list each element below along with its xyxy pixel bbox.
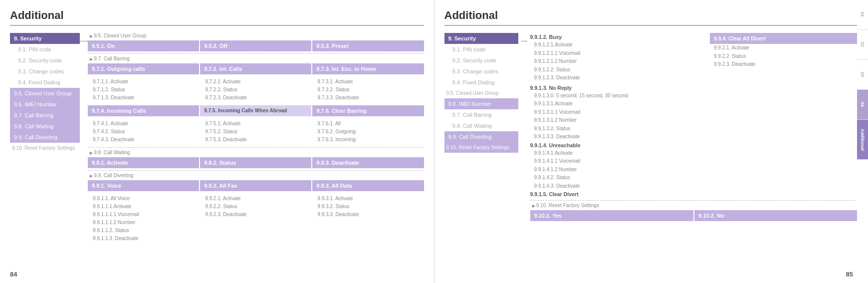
left-tree: 9. Security 9.1. PIN code 9.2. Security … <box>10 33 424 246</box>
h-arrow <box>80 41 88 41</box>
box-994[interactable]: 9.9.4. Clear All Divert <box>710 33 858 44</box>
box-9102[interactable]: 9.10.2. No <box>694 210 858 221</box>
box-975[interactable]: 9.7.5. Incoming Calls When Abroad <box>200 105 311 116</box>
box-981[interactable]: 9.8.1. Activate <box>88 157 199 168</box>
tab-04[interactable]: 04 <box>857 90 868 120</box>
sub-992: 9.9.2.1. Activate 9.9.2.2. Status 9.9.2.… <box>200 193 311 244</box>
box-983[interactable]: 9.8.3. Deactivate <box>312 157 424 168</box>
sub-972: 9.7.2.1. Activate9.7.2.2. Status9.7.2.3.… <box>200 76 311 103</box>
right-sidebar-reset[interactable]: 9.10. Reset Factory Settings <box>444 142 518 153</box>
right-page: Additional 9. Security 9.1. PIN code 9.2… <box>434 0 868 283</box>
busy-left: 9.9.1.2. Busy 9.9.1.2.1.Activate 9.9.1.2… <box>530 33 708 82</box>
left-page: Additional 9. Security 9.1. PIN code 9.2… <box>0 0 434 283</box>
right-sidebar-pin[interactable]: 9.1. PIN code <box>444 44 518 55</box>
section-label-95: 9.5. Closed User Group <box>88 33 424 38</box>
right-tree-container: 9. Security 9.1. PIN code 9.2. Security … <box>444 33 859 221</box>
cols-97-sub2: 9.7.4.1. Activate9.7.4.2. Status9.7.4.3.… <box>88 118 424 145</box>
sidebar-item-callwait[interactable]: 9.8. Call Waiting <box>10 121 80 132</box>
left-sidebar: 9. Security 9.1. PIN code 9.2. Security … <box>10 33 80 246</box>
right-sidebar-fixeddial[interactable]: 9.4. Fixed Dialing <box>444 77 518 88</box>
sub-971: 9.7.1.1. Activate9.7.1.2. Status9.7.1.3.… <box>88 76 199 103</box>
box-991[interactable]: 9.9.1. Voice <box>88 180 199 191</box>
box-9101[interactable]: 9.10.1. Yes <box>530 210 694 221</box>
right-sidebar: 9. Security 9.1. PIN code 9.2. Security … <box>444 33 518 221</box>
cols-97-row2: 9.7.4. Incoming Calls 9.7.5. Incoming Ca… <box>88 105 424 116</box>
label-unreachable: 9.9.1.4. Unreachable <box>530 141 859 149</box>
sidebar-item-pin[interactable]: 9.1. PIN code <box>10 44 80 55</box>
box-993[interactable]: 9.9.3. All Data <box>312 180 424 191</box>
divider-95 <box>88 53 424 54</box>
cols-99-row1: 9.9.1. Voice 9.9.2. All Fax 9.9.3. All D… <box>88 180 424 191</box>
tab-additional: Additional <box>857 120 868 160</box>
sub-975: 9.7.5.1. Activate9.7.5.2. Status9.7.5.3.… <box>200 118 311 145</box>
sidebar-item-fixeddial[interactable]: 9.4. Fixed Dialing <box>10 77 80 88</box>
reset-box: 9.10.1. Yes 9.10.2. No <box>530 210 859 221</box>
sub-991: 9.9.1.1. All Voice 9.9.1.1.1.Activate 9.… <box>88 193 199 244</box>
section-label-99: 9.9. Call Diverting <box>88 173 424 178</box>
box-973[interactable]: 9.7.3. Int. Exc. to Home <box>312 63 424 74</box>
clearall-detail: 9.9.2.1. Activate 9.9.2.2. Status 9.9.2.… <box>710 44 858 69</box>
tab-01[interactable]: 01 <box>857 0 868 30</box>
right-sidebar-callwait[interactable]: 9.8. Call Waiting <box>444 120 518 131</box>
right-title: Additional <box>444 9 859 26</box>
busy-right: 9.9.4. Clear All Divert 9.9.2.1. Activat… <box>710 33 858 82</box>
unreachable-detail: 9.9.1.4.1.Activate 9.9.1.4.1.1 Voicemail… <box>530 149 859 191</box>
box-976[interactable]: 9.7.6. Clear Barring <box>312 105 424 116</box>
right-sidebar-seccode[interactable]: 9.2. Security code <box>444 55 518 66</box>
section-label-910: 9.10. Reset Factory Settings <box>530 203 859 208</box>
label-busy: 9.9.1.2. Busy <box>530 33 708 41</box>
right-sidebar-callbar[interactable]: 9.7. Call Barring <box>444 109 518 120</box>
box-982[interactable]: 9.8.2. Status <box>200 157 311 168</box>
right-sidebar-imei[interactable]: 9.6. IMEI Number <box>444 98 518 109</box>
box-992[interactable]: 9.9.2. All Fax <box>200 180 311 191</box>
sidebar-item-cug[interactable]: 9.5. Closed User Group <box>10 88 80 99</box>
side-tab-strip: 01 02 03 04 Additional <box>857 0 868 283</box>
busy-block: 9.9.1.2. Busy 9.9.1.2.1.Activate 9.9.1.2… <box>530 33 859 82</box>
box-952[interactable]: 9.5.2. Off <box>200 40 311 51</box>
sub-974: 9.7.4.1. Activate9.7.4.2. Status9.7.4.3.… <box>88 118 199 145</box>
right-sidebar-cug[interactable]: 9.5. Closed User Group <box>444 88 518 98</box>
section-label-97: 9.7. Call Barring <box>88 56 424 61</box>
divider-right-99 <box>530 200 859 201</box>
box-953[interactable]: 9.5.3. Preset <box>312 40 424 51</box>
right-tree-content: 9.9.1.2. Busy 9.9.1.2.1.Activate 9.9.1.2… <box>530 33 859 221</box>
sub-973: 9.7.3.1. Activate9.7.3.2. Status9.7.3.3.… <box>312 76 424 103</box>
connector-line <box>80 33 88 246</box>
page-number-right: 85 <box>846 271 853 278</box>
cols-95: 9.5.1. On 9.5.2. Off 9.5.3. Preset <box>88 40 424 51</box>
box-971[interactable]: 9.7.1. Outgoing calls <box>88 63 199 74</box>
sidebar-item-calldiv[interactable]: 9.9. Call Diverting <box>10 132 80 143</box>
right-sidebar-changecodes[interactable]: 9.3. Change codes <box>444 66 518 77</box>
box-974[interactable]: 9.7.4. Incoming Calls <box>88 105 199 116</box>
cols-97-sub: 9.7.1.1. Activate9.7.1.2. Status9.7.1.3.… <box>88 76 424 103</box>
right-connector <box>521 33 527 221</box>
label-cleardivert: 9.9.1.5. Clear Divert <box>530 190 859 198</box>
sidebar-item-imei[interactable]: 9.6. IMEI Number <box>10 99 80 110</box>
divider-98 <box>88 170 424 171</box>
sidebar-item-reset[interactable]: 9.10. Reset Factory Settings <box>10 143 80 153</box>
noreply-detail: 9.9.1.3.0. 5 second, 15 second, 30 secon… <box>530 92 859 141</box>
right-sidebar-security[interactable]: 9. Security <box>444 33 518 44</box>
right-h-arrow <box>521 41 527 41</box>
cols-98: 9.8.1. Activate 9.8.2. Status 9.8.3. Dea… <box>88 157 424 168</box>
box-972[interactable]: 9.7.2. Int. Calls <box>200 63 311 74</box>
cols-99-sub: 9.9.1.1. All Voice 9.9.1.1.1.Activate 9.… <box>88 193 424 244</box>
sidebar-item-seccode[interactable]: 9.2. Security code <box>10 55 80 66</box>
sub-976: 9.7.6.1. All9.7.6.2. Outgoing9.7.6.3. In… <box>312 118 424 145</box>
divider-97 <box>88 147 424 148</box>
sidebar-item-changecodes[interactable]: 9.3. Change codes <box>10 66 80 77</box>
tab-02[interactable]: 02 <box>857 30 868 60</box>
box-951[interactable]: 9.5.1. On <box>88 40 199 51</box>
tab-03[interactable]: 03 <box>857 60 868 90</box>
sidebar-item-security[interactable]: 9. Security <box>10 33 80 44</box>
page-number-left: 84 <box>10 271 17 278</box>
label-noreply: 9.9.1.3. No Reply <box>530 84 859 92</box>
left-tree-content: 9.5. Closed User Group 9.5.1. On 9.5.2. … <box>88 33 424 246</box>
sub-993: 9.9.3.1. Activate 9.9.3.2. Status 9.9.3.… <box>312 193 424 244</box>
cols-97-row1: 9.7.1. Outgoing calls 9.7.2. Int. Calls … <box>88 63 424 74</box>
right-sidebar-calldiv[interactable]: 9.9. Call Diverting <box>444 131 518 142</box>
section-label-98: 9.8. Call Waiting <box>88 150 424 155</box>
left-title: Additional <box>10 9 424 26</box>
sidebar-item-callbar[interactable]: 9.7. Call Barring <box>10 110 80 121</box>
busy-detail: 9.9.1.2.1.Activate 9.9.1.2.1.1 Voicemail… <box>530 41 708 82</box>
